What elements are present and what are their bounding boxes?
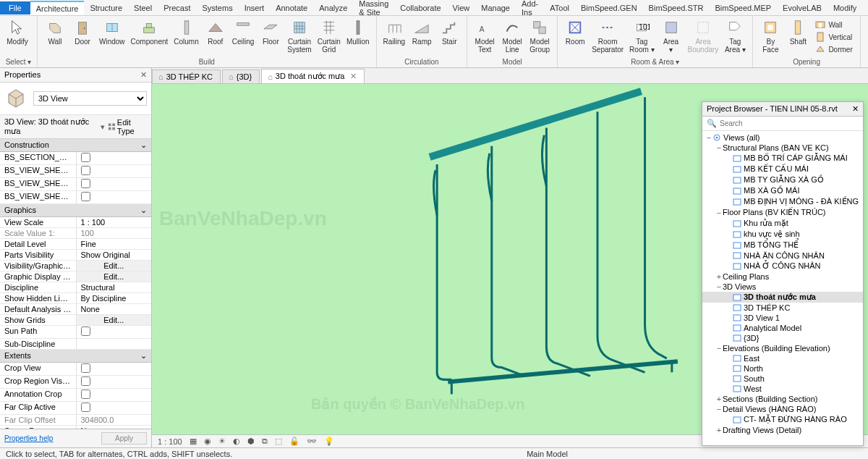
prop-group-header[interactable]: Graphics⌄ xyxy=(0,204,151,217)
tree-row[interactable]: −Detail Views (HÀNG RÀO) xyxy=(702,404,863,414)
prop-checkbox[interactable] xyxy=(81,153,90,162)
properties-help-link[interactable]: Properties help xyxy=(4,434,53,442)
tree-row[interactable]: MB XÀ GỒ MÁI xyxy=(702,185,863,196)
ribbon-tab-systems[interactable]: Systems xyxy=(196,1,238,14)
ribbon-tab-atool[interactable]: ATool xyxy=(544,1,575,14)
prop-value[interactable]: By Discipline xyxy=(76,293,152,303)
prop-value[interactable] xyxy=(76,376,152,388)
prop-checkbox[interactable] xyxy=(81,179,90,188)
doc-tab[interactable]: ⌂{3D} xyxy=(222,70,260,83)
tree-row[interactable]: MB KẾT CẤU MÁI xyxy=(702,164,863,174)
dormer-tool[interactable]: Dormer xyxy=(812,43,855,55)
apply-button[interactable]: Apply xyxy=(101,432,147,445)
expand-icon[interactable]: − xyxy=(705,133,712,142)
prop-value[interactable]: Edit... xyxy=(76,271,152,282)
prop-value[interactable]: Fine xyxy=(76,239,152,249)
unlock-icon[interactable]: 🔓 xyxy=(289,437,299,446)
floor-tool[interactable]: Floor xyxy=(258,17,284,47)
ribbon-tab-structure[interactable]: Structure xyxy=(84,1,128,14)
tree-row[interactable]: Khu rửa mặt xyxy=(702,218,863,229)
tree-row[interactable]: −3D Views xyxy=(702,282,863,292)
column-tool[interactable]: Column xyxy=(171,17,200,47)
prop-checkbox[interactable] xyxy=(81,327,90,336)
curtain_grid-tool[interactable]: Curtain Grid xyxy=(315,17,343,55)
expand-icon[interactable]: + xyxy=(715,272,723,281)
sep-tool[interactable]: Room Separator xyxy=(590,17,626,55)
expand-icon[interactable]: + xyxy=(715,395,723,403)
shaft-tool[interactable]: Shaft xyxy=(785,17,811,47)
tree-row[interactable]: 3D View 1 xyxy=(702,313,863,323)
expand-icon[interactable]: − xyxy=(715,143,723,152)
ribbon-tab-bimspeedgen[interactable]: BimSpeed.GEN xyxy=(575,1,643,14)
ribbon-tab-manage[interactable]: Manage xyxy=(475,1,516,14)
tree-row[interactable]: {3D} xyxy=(702,333,863,343)
tree-row[interactable]: +Sections (Building Section) xyxy=(702,394,863,404)
tree-row[interactable]: +Drafting Views (Detail) xyxy=(702,425,863,435)
room-tool[interactable]: Room xyxy=(562,17,588,47)
stair-tool[interactable]: Stair xyxy=(436,17,462,47)
tree-row[interactable]: Analytical Model xyxy=(702,323,863,333)
ramp-tool[interactable]: Ramp xyxy=(409,17,435,47)
crop-visible-icon[interactable]: ⬚ xyxy=(275,437,282,446)
detail-level-icon[interactable]: ▦ xyxy=(190,437,197,446)
ribbon-tab-steel[interactable]: Steel xyxy=(128,1,158,14)
ribbon-tab-annotate[interactable]: Annotate xyxy=(270,1,313,14)
by-face-tool[interactable]: By Face xyxy=(757,17,783,55)
visual-style-icon[interactable]: ◉ xyxy=(204,437,211,446)
ribbon-tab-file[interactable]: File xyxy=(0,1,30,14)
tree-row[interactable]: −Views (all) xyxy=(702,132,863,143)
prop-value[interactable]: Edit... xyxy=(76,315,152,325)
railing-tool[interactable]: Railing xyxy=(381,17,408,47)
prop-checkbox[interactable] xyxy=(81,192,90,201)
search-input[interactable] xyxy=(720,119,859,127)
tree-row[interactable]: −Floor Plans (BV KIẾN TRÚC) xyxy=(702,207,863,218)
prop-value[interactable]: Show Original xyxy=(76,250,152,260)
close-icon[interactable]: ✕ xyxy=(140,70,147,80)
tree-row[interactable]: MB TỔNG THỂ xyxy=(702,240,863,250)
tree-row[interactable]: NHÀ Ở CÔNG NHÂN xyxy=(702,261,863,271)
tree-row[interactable]: −Elevations (Building Elevation) xyxy=(702,343,863,353)
prop-checkbox[interactable] xyxy=(81,376,90,386)
sun-path-icon[interactable]: ☀ xyxy=(218,437,226,446)
tree-row[interactable]: MB BỐ TRÍ CÁP GIẰNG MÁI xyxy=(702,153,863,164)
tree-row[interactable]: North xyxy=(702,363,863,374)
prop-value[interactable] xyxy=(76,191,152,203)
prop-value[interactable]: 100 xyxy=(76,228,152,238)
prop-checkbox[interactable] xyxy=(81,403,90,412)
prop-value[interactable] xyxy=(76,363,152,375)
prop-value[interactable]: None xyxy=(76,304,152,314)
model-line-tool[interactable]: Model Line xyxy=(499,17,525,55)
temp-hide-icon[interactable]: 👓 xyxy=(307,437,317,446)
prop-value[interactable] xyxy=(76,178,152,190)
scale-display[interactable]: 1 : 100 xyxy=(158,437,182,446)
prop-value[interactable]: Edit... xyxy=(76,261,152,271)
prop-value[interactable]: Structural xyxy=(76,282,152,292)
tree-row[interactable]: South xyxy=(702,374,863,384)
prop-group-header[interactable]: Construction⌄ xyxy=(0,139,151,152)
tree-row[interactable]: +Ceiling Plans xyxy=(702,271,863,282)
tree-row[interactable]: −Structural Plans (BAN VE KC) xyxy=(702,143,863,153)
modify-tool[interactable]: Modify xyxy=(4,17,30,47)
prop-value[interactable] xyxy=(76,165,152,177)
close-icon[interactable]: ✕ xyxy=(852,104,859,114)
ribbon-tab-insert[interactable]: Insert xyxy=(239,1,271,14)
edit-type-button[interactable]: Edit Type xyxy=(108,118,147,135)
tree-row[interactable]: CT- MẶT ĐỨNG HÀNG RÀO xyxy=(702,414,863,425)
model-text-tool[interactable]: AModel Text xyxy=(472,17,498,55)
model-group-tool[interactable]: Model Group xyxy=(527,17,553,55)
reveal-icon[interactable]: 💡 xyxy=(324,437,334,446)
ribbon-tab-collaborate[interactable]: Collaborate xyxy=(394,1,446,14)
shadows-icon[interactable]: ◐ xyxy=(233,437,240,446)
close-tab-icon[interactable]: ✕ xyxy=(350,72,357,81)
tree-row[interactable]: khu vực vệ sinh xyxy=(702,229,863,240)
expand-icon[interactable]: − xyxy=(715,209,723,217)
expand-icon[interactable]: + xyxy=(715,426,723,434)
tree-row[interactable]: MB TY GIẰNG XÀ GỒ xyxy=(702,174,863,185)
ribbon-tab-evolvelab[interactable]: EvolveLAB xyxy=(777,1,827,14)
ribbon-tab-bimspeedmep[interactable]: BimSpeed.MEP xyxy=(709,1,777,14)
prop-checkbox[interactable] xyxy=(81,363,90,373)
ribbon-tab-view[interactable]: View xyxy=(447,1,476,14)
render-icon[interactable]: ⬢ xyxy=(247,437,255,446)
tag_area-tool[interactable]: Tag Area ▾ xyxy=(722,17,748,55)
roof-tool[interactable]: Roof xyxy=(203,17,229,47)
